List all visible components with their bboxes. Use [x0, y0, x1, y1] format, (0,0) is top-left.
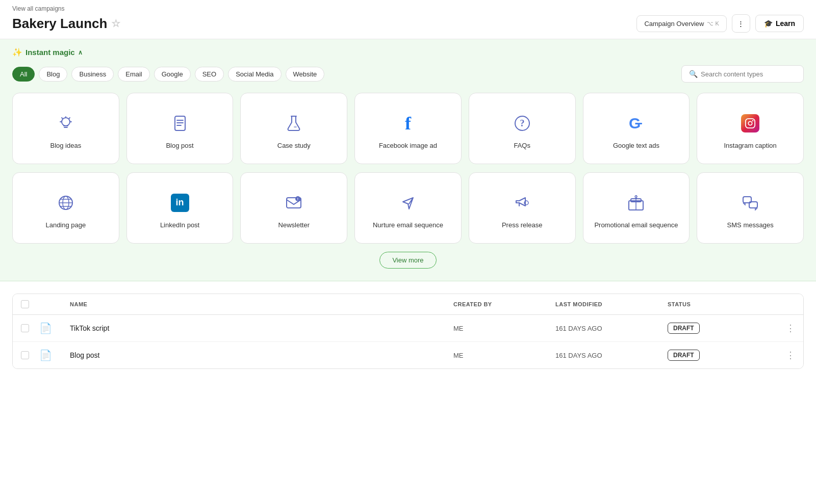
- row1-last-modified: 161 DAYS AGO: [555, 325, 668, 332]
- linkedin-icon: in: [168, 191, 192, 215]
- instant-magic-label: Instant magic: [26, 48, 75, 57]
- header-actions: Campaign Overview ⌥ K ⋮ 🎓 Learn: [636, 14, 804, 33]
- card-nurture-email[interactable]: Nurture email sequence: [354, 172, 462, 244]
- status-badge: DRAFT: [668, 323, 700, 334]
- card-nurture-email-label: Nurture email sequence: [373, 221, 443, 230]
- google-icon: Go: [624, 111, 648, 136]
- question-circle-icon: ?: [510, 111, 534, 136]
- graduation-icon: 🎓: [764, 19, 773, 28]
- filter-website[interactable]: Website: [286, 67, 325, 82]
- filter-blog[interactable]: Blog: [39, 67, 67, 82]
- table-header: NAME CREATED BY LAST MODIFIED STATUS: [13, 294, 803, 315]
- instant-magic-header[interactable]: ✨ Instant magic ∧: [12, 47, 804, 57]
- row2-checkbox-cell: [21, 351, 39, 359]
- content-table: NAME CREATED BY LAST MODIFIED STATUS 📄 T…: [12, 294, 804, 369]
- svg-rect-1: [175, 116, 185, 130]
- card-google-text-ads-label: Google text ads: [613, 142, 659, 150]
- sms-icon: [738, 191, 762, 215]
- card-faqs[interactable]: ? FAQs: [469, 93, 576, 164]
- card-blog-ideas[interactable]: Blog ideas: [12, 93, 119, 164]
- card-blog-ideas-label: Blog ideas: [50, 142, 81, 150]
- view-more-row: View more: [12, 252, 804, 269]
- search-icon: 🔍: [689, 70, 698, 78]
- document-icon: 📄: [39, 350, 52, 361]
- view-more-button[interactable]: View more: [379, 252, 436, 269]
- row2-status-cell: DRAFT: [668, 350, 770, 361]
- row1-created-by: ME: [453, 325, 555, 332]
- card-newsletter[interactable]: ! Newsletter: [240, 172, 347, 244]
- status-column-header: STATUS: [668, 301, 770, 307]
- table-row: 📄 TikTok script ME 161 DAYS AGO DRAFT ⋮: [13, 315, 803, 342]
- favorite-icon[interactable]: ☆: [111, 17, 120, 30]
- email-send-icon: [396, 191, 420, 215]
- svg-text:f: f: [405, 114, 412, 132]
- newsletter-icon: !: [282, 191, 306, 215]
- row1-status-cell: DRAFT: [668, 323, 770, 334]
- campaign-title-text: Bakery Launch: [12, 16, 107, 32]
- card-instagram-caption-label: Instagram caption: [724, 142, 776, 150]
- campaign-overview-button[interactable]: Campaign Overview ⌥ K: [636, 15, 726, 32]
- select-all-checkbox-cell: [21, 300, 39, 308]
- card-case-study[interactable]: Case study: [240, 93, 347, 164]
- ellipsis-icon: ⋮: [737, 20, 744, 28]
- card-case-study-label: Case study: [277, 142, 311, 150]
- filter-business[interactable]: Business: [71, 67, 114, 82]
- chevron-up-icon: ∧: [78, 49, 83, 56]
- name-column-header: NAME: [70, 301, 453, 307]
- lightbulb-icon: [54, 111, 78, 136]
- card-google-text-ads[interactable]: Go Google text ads: [583, 93, 690, 164]
- learn-label: Learn: [776, 19, 795, 28]
- svg-point-0: [62, 118, 70, 126]
- filter-row: All Blog Business Email Google SEO Socia…: [12, 65, 804, 83]
- row2-icon-cell: 📄: [39, 349, 70, 361]
- row1-more-button[interactable]: ⋮: [770, 323, 795, 334]
- filter-google[interactable]: Google: [154, 67, 191, 82]
- row2-more-button[interactable]: ⋮: [770, 350, 795, 361]
- view-all-campaigns[interactable]: View all campaigns: [12, 5, 804, 12]
- filter-email[interactable]: Email: [118, 67, 150, 82]
- filter-all[interactable]: All: [12, 67, 35, 82]
- row1-icon-cell: 📄: [39, 322, 70, 334]
- card-sms-messages[interactable]: SMS messages: [697, 172, 804, 244]
- card-press-release[interactable]: Press release: [469, 172, 576, 244]
- card-promo-email[interactable]: Promotional email sequence: [583, 172, 690, 244]
- row2-created-by: ME: [453, 352, 555, 359]
- globe-icon: [54, 191, 78, 215]
- card-landing-page-label: Landing page: [45, 221, 86, 230]
- filter-social-media[interactable]: Social Media: [228, 67, 281, 82]
- filter-seo[interactable]: SEO: [195, 67, 224, 82]
- document-icon: 📄: [39, 323, 52, 334]
- svg-point-6: [294, 126, 297, 128]
- content-grid-row1: Blog ideas Blog post Case: [12, 93, 804, 164]
- row1-checkbox-cell: [21, 324, 39, 332]
- last-modified-column-header: LAST MODIFIED: [555, 301, 668, 307]
- row2-checkbox[interactable]: [21, 351, 29, 359]
- card-press-release-label: Press release: [502, 221, 542, 230]
- more-options-button[interactable]: ⋮: [732, 14, 750, 33]
- svg-text:!: !: [297, 197, 298, 201]
- svg-point-14: [752, 120, 754, 121]
- campaign-overview-label: Campaign Overview: [644, 20, 704, 28]
- megaphone-icon: [510, 191, 534, 215]
- card-landing-page[interactable]: Landing page: [12, 172, 119, 244]
- row1-checkbox[interactable]: [21, 324, 29, 332]
- select-all-checkbox[interactable]: [21, 300, 29, 308]
- status-badge: DRAFT: [668, 350, 700, 361]
- card-blog-post[interactable]: Blog post: [126, 93, 234, 164]
- campaign-title-row: Bakery Launch ☆ Campaign Overview ⌥ K ⋮ …: [12, 14, 804, 33]
- search-input[interactable]: [701, 70, 796, 78]
- campaign-overview-shortcut: ⌥ K: [707, 20, 719, 27]
- content-grid-row2: Landing page in LinkedIn post ! Newslett…: [12, 172, 804, 244]
- svg-rect-11: [636, 123, 642, 124]
- content-type-search[interactable]: 🔍: [681, 65, 804, 83]
- table-section: NAME CREATED BY LAST MODIFIED STATUS 📄 T…: [0, 281, 816, 381]
- card-instagram-caption[interactable]: Instagram caption: [697, 93, 804, 164]
- instagram-icon: [738, 111, 762, 136]
- table-row: 📄 Blog post ME 161 DAYS AGO DRAFT ⋮: [13, 342, 803, 368]
- row2-last-modified: 161 DAYS AGO: [555, 352, 668, 359]
- card-facebook-image-ad[interactable]: f Facebook image ad: [354, 93, 462, 164]
- magic-icon: ✨: [12, 47, 22, 57]
- facebook-icon: f: [396, 111, 420, 136]
- card-linkedin-post[interactable]: in LinkedIn post: [126, 172, 234, 244]
- learn-button[interactable]: 🎓 Learn: [755, 15, 804, 32]
